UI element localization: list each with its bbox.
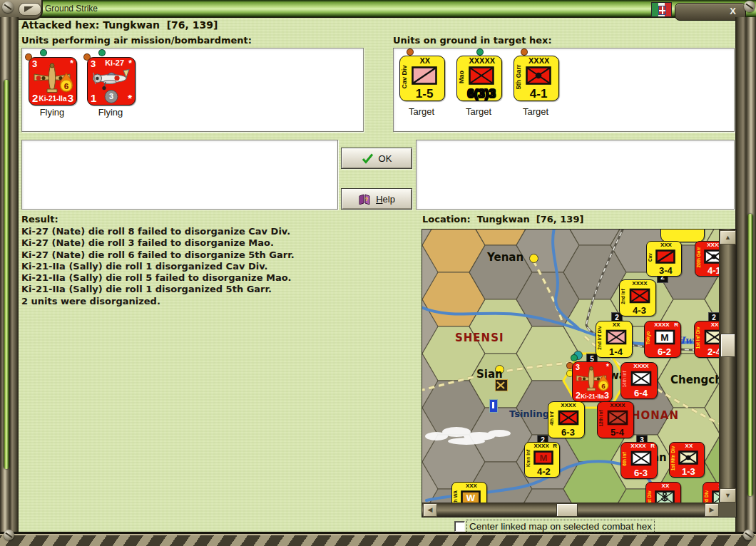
counter-echelon: XXXX xyxy=(625,281,655,287)
map-horizontal-scrollbar[interactable]: ◀ ▶ xyxy=(422,503,719,517)
unit-counter[interactable]: TokyoXXXXRM6-2 xyxy=(644,321,681,358)
system-menu-button[interactable] xyxy=(19,3,41,16)
unit-counter[interactable]: 4th InfXXXX6-3 xyxy=(548,401,585,438)
result-line: Ki-27 (Nate) die roll 8 failed to disorg… xyxy=(21,226,407,237)
map-vertical-scrollbar[interactable]: ▲ ▼ xyxy=(719,230,736,503)
map-viewport[interactable]: YenanSHENSISianwaHwChengchTsinlingHONANa… xyxy=(422,230,719,503)
counter-symbol-icon xyxy=(526,66,552,85)
counter-symbol-icon: M xyxy=(654,329,675,345)
counter-symbol-icon xyxy=(412,66,438,85)
frame-tube-right xyxy=(747,214,753,496)
sortie-count-pip: 3 xyxy=(105,90,118,103)
counter-echelon: XX xyxy=(407,57,444,65)
unit-counter[interactable]: Kmn InfXXXXRM4-2 xyxy=(524,442,560,478)
close-button[interactable]: X xyxy=(730,6,736,16)
screw-icon xyxy=(2,1,14,13)
air-unit-counter[interactable]: 63*2Ki-21-IIa3 xyxy=(29,57,77,105)
air-unit-counter[interactable]: 3Ki-27*1*3 xyxy=(87,57,136,105)
counter-echelon: XX xyxy=(700,322,719,328)
status-dot-icon xyxy=(98,49,106,56)
vertical-scroll-thumb[interactable] xyxy=(720,334,735,357)
map-label: Yenan xyxy=(487,251,523,264)
scroll-left-button[interactable]: ◀ xyxy=(423,503,437,517)
unit-status-label: Flying xyxy=(29,107,76,118)
unit-status-label: Target xyxy=(399,106,444,117)
help-button[interactable]: ? Help xyxy=(341,188,412,210)
counter-symbol-icon xyxy=(630,450,652,466)
counter-symbol-icon: W xyxy=(461,490,481,503)
flag-marker-icon xyxy=(489,399,498,413)
counter-symbol-icon xyxy=(630,371,652,386)
result-line: Ki-27 (Nate) die roll 6 failed to disorg… xyxy=(21,249,407,261)
unit-counter[interactable]: 2nd Inf DivXX1-4 xyxy=(596,321,633,358)
unit-counter[interactable]: 5th GarrXXXX4-1 xyxy=(514,56,559,101)
attacked-hex-heading: Attacked hex: Tungkwan [76, 139] xyxy=(21,19,218,31)
result-line: Ki-27 (Nate) die roll 3 failed to disorg… xyxy=(21,237,407,249)
unit-counter[interactable]: 3rd DivXX xyxy=(703,482,719,503)
ok-button[interactable]: OK xyxy=(341,148,412,169)
horizontal-scroll-thumb[interactable] xyxy=(556,503,578,517)
map-panel: YenanSHENSISianwaHwChengchTsinlingHONANa… xyxy=(422,229,737,517)
unit-counter[interactable]: CavXXX3-4 xyxy=(646,241,682,277)
unit-counter[interactable]: Cav DivXX1-5 xyxy=(399,56,445,101)
status-dot-icon xyxy=(571,354,578,361)
scroll-right-button[interactable]: ▶ xyxy=(705,503,719,517)
unit-counter[interactable]: 1st Inf DivXX2-4 xyxy=(694,321,719,358)
window-frame-left xyxy=(0,17,19,532)
unit-counter[interactable]: 8th WAXXXW xyxy=(451,482,487,503)
counter-plane-name: Ki-21-IIa xyxy=(578,393,608,399)
counter-strength: 6-4 xyxy=(625,388,657,398)
counter-reserve-flag: R xyxy=(674,322,678,328)
counter-top-left: 3 xyxy=(32,59,37,68)
counter-top-left: 3 xyxy=(91,59,96,68)
italy-flag-icon xyxy=(651,2,672,17)
counter-bottom-right: 3 xyxy=(604,391,609,401)
unit-counter[interactable]: 1st Mtn DivXX1-3 xyxy=(669,442,705,478)
svg-text:M: M xyxy=(540,453,548,463)
counter-echelon: XXXX xyxy=(603,403,633,408)
result-heading: Result: xyxy=(21,214,58,225)
unit-counter[interactable]: 20th GarrXXXX4-1 xyxy=(695,241,719,277)
map-label: Sian xyxy=(476,368,503,381)
counter-strength: 1-3 xyxy=(673,467,704,476)
air-unit-counter[interactable]: 63*2Ki-21-IIa3 xyxy=(572,361,613,402)
scrollbar-corner xyxy=(719,503,736,517)
counter-echelon: XX xyxy=(601,322,631,328)
result-text: Ki-27 (Nate) die roll 8 failed to disorg… xyxy=(21,226,407,307)
unit-counter[interactable]: MaoXXXXX6(3)3 xyxy=(456,56,502,101)
counter-reserve-flag: R xyxy=(650,443,655,449)
right-empty-panel xyxy=(416,140,735,210)
map-label: SHENSI xyxy=(455,331,504,344)
scroll-up-button[interactable]: ▲ xyxy=(720,230,736,244)
status-dot-icon xyxy=(407,48,414,56)
air-panel-heading: Units performing air mission/bombardment… xyxy=(21,35,252,46)
unit-counter[interactable]: 1st DivXX xyxy=(645,482,681,503)
svg-text:W: W xyxy=(466,493,476,503)
ground-strike-window: Ground Strike X Attacked hex: Tungkwan [… xyxy=(0,0,756,546)
counter-echelon: XXXX xyxy=(521,57,558,65)
unit-status-label: Target xyxy=(514,106,558,117)
town-dot-icon[interactable] xyxy=(529,254,538,263)
counter-echelon: XXXX xyxy=(700,242,719,248)
window-frame-bottom xyxy=(0,532,756,546)
counter-strength: 1-5 xyxy=(404,88,444,100)
unit-counter[interactable]: 2nd InfXXXX4-3 xyxy=(619,279,656,316)
unit-counter[interactable]: 6th InfXXXXR6-3 xyxy=(620,442,658,479)
counter-strength: 2-4 xyxy=(698,347,719,356)
screw-icon xyxy=(743,530,754,540)
counter-strength: 4-2 xyxy=(528,467,559,476)
center-map-checkbox[interactable] xyxy=(454,521,465,532)
unit-counter[interactable]: 12th InfXXXX5-4 xyxy=(597,401,634,438)
center-map-checkbox-label[interactable]: Center linked map on selected combat hex xyxy=(466,520,655,533)
status-dot-icon xyxy=(521,48,528,56)
counter-symbol-icon xyxy=(655,249,676,264)
map-label: HONAN xyxy=(631,409,679,422)
counter-echelon: XXXX xyxy=(626,364,656,369)
unit-counter[interactable]: 14th InfXXXX6-4 xyxy=(620,362,658,399)
counter-plane-name: Ki-21-IIa xyxy=(35,96,71,103)
counter-bottom-right: * xyxy=(128,93,132,103)
counter-symbol-icon xyxy=(629,288,650,304)
scroll-down-button[interactable]: ▼ xyxy=(720,488,736,503)
title-bar: Ground Strike xyxy=(0,0,756,18)
frame-tube-left xyxy=(4,80,9,469)
